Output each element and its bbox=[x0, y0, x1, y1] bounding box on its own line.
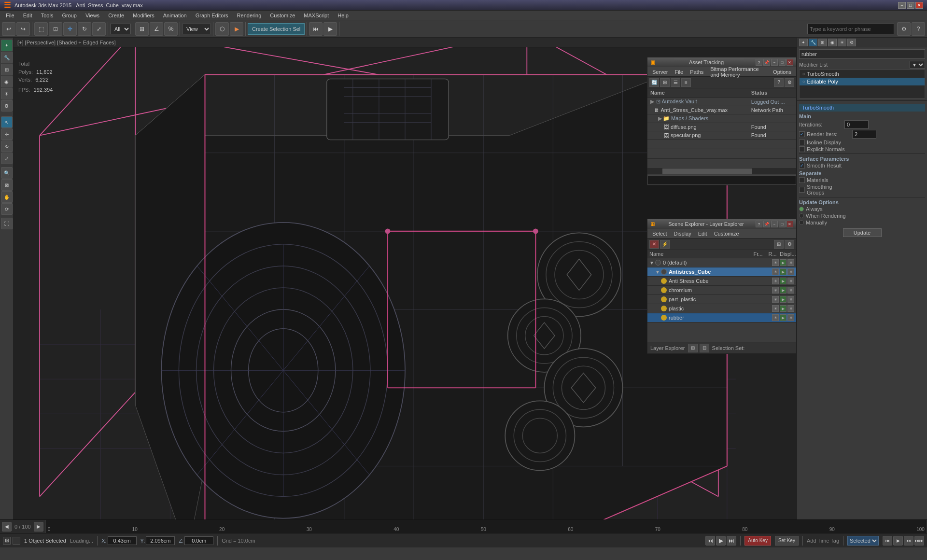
scene-maximize-btn[interactable]: □ bbox=[779, 221, 786, 227]
explicit-check[interactable] bbox=[799, 146, 805, 152]
angle-snap[interactable]: ∠ bbox=[150, 22, 163, 36]
scene-freeze3-icon[interactable]: ❄ bbox=[787, 278, 794, 284]
scene-freeze6-icon[interactable]: ❄ bbox=[787, 305, 794, 312]
viewport-area[interactable]: [+] [Perspective] [Shaded + Edged Faces] bbox=[14, 38, 797, 519]
snap-toggle[interactable]: ⊞ bbox=[135, 22, 149, 36]
scene-item-chromium[interactable]: chromium ☀ ▶ ❄ bbox=[647, 286, 796, 295]
scene-menu-edit[interactable]: Edit bbox=[695, 230, 710, 238]
scene-menu-display[interactable]: Display bbox=[671, 230, 694, 238]
timeline-left-btn[interactable]: ◀ bbox=[2, 522, 12, 532]
asset-minimize-btn[interactable]: − bbox=[771, 59, 778, 66]
motion-btn[interactable]: ◉ bbox=[1, 76, 13, 87]
asset-menu-paths[interactable]: Paths bbox=[687, 68, 706, 76]
scene-item-anti-stress[interactable]: Anti Stress Cube ☀ ▶ ❄ bbox=[647, 277, 796, 286]
menu-graph-editors[interactable]: Graph Editors bbox=[192, 12, 232, 19]
scene-freeze5-icon[interactable]: ❄ bbox=[787, 296, 794, 303]
scene-render5-icon[interactable]: ▶ bbox=[780, 296, 787, 303]
asset-row-diffuse[interactable]: 🖼 diffuse.png Found bbox=[647, 123, 796, 131]
scene-settings-btn[interactable]: ⚙ bbox=[785, 240, 794, 249]
playback-end-btn[interactable]: ⏭⏭ bbox=[914, 536, 924, 546]
asset-maximize-btn[interactable]: □ bbox=[779, 59, 786, 66]
asset-menu-server[interactable]: Server bbox=[649, 68, 671, 76]
auto-key-btn[interactable]: Auto Key bbox=[744, 536, 771, 546]
smooth-result-check[interactable]: ✓ bbox=[799, 163, 805, 168]
scene-pin-btn[interactable]: 📌 bbox=[763, 221, 770, 227]
timeline-track[interactable]: 0 10 20 30 40 50 60 70 80 90 100 bbox=[45, 520, 927, 533]
rotate-btn[interactable]: ↻ bbox=[78, 22, 91, 36]
help-btn[interactable]: ? bbox=[912, 22, 925, 36]
view-select[interactable]: View bbox=[182, 24, 211, 34]
menu-customize[interactable]: Customize bbox=[266, 12, 299, 19]
maximize-viewport-btn[interactable]: ⛶ bbox=[1, 218, 13, 229]
scene-help-btn[interactable]: ? bbox=[756, 221, 762, 227]
selected-dropdown[interactable]: Selected bbox=[847, 536, 879, 546]
asset-close-btn[interactable]: ✕ bbox=[787, 59, 793, 66]
scene-vis3-icon[interactable]: ☀ bbox=[772, 278, 779, 284]
menu-group[interactable]: Group bbox=[58, 12, 81, 19]
scene-render6-icon[interactable]: ▶ bbox=[780, 305, 787, 312]
create-panel-btn[interactable]: ✦ bbox=[1, 40, 13, 51]
right-hierarchy-btn[interactable]: ⊞ bbox=[818, 39, 827, 46]
update-btn[interactable]: Update bbox=[843, 228, 882, 237]
maximize-btn[interactable]: □ bbox=[907, 2, 914, 9]
right-create-btn[interactable]: ✦ bbox=[799, 39, 808, 46]
z-input[interactable]: 0.0cm bbox=[184, 536, 213, 545]
asset-menu-bitmap[interactable]: Bitmap Performance and Memory bbox=[707, 65, 769, 79]
right-display-btn[interactable]: ☀ bbox=[838, 39, 846, 46]
undo-btn[interactable]: ↩ bbox=[2, 22, 15, 36]
playback-btn[interactable]: ⏮ bbox=[309, 22, 323, 36]
scene-freeze4-icon[interactable]: ❄ bbox=[787, 287, 794, 294]
asset-list-btn[interactable]: ☰ bbox=[671, 78, 680, 87]
play-anim-btn[interactable]: ▶ bbox=[716, 536, 726, 546]
select-region-btn[interactable]: ⊡ bbox=[49, 22, 62, 36]
asset-detail-btn[interactable]: ≡ bbox=[681, 78, 691, 87]
zoom-all-btn[interactable]: ⊠ bbox=[1, 179, 13, 191]
asset-help2-btn[interactable]: ? bbox=[774, 78, 784, 87]
filter-select[interactable]: All bbox=[110, 24, 131, 34]
y-input[interactable]: 2.096cm bbox=[146, 536, 175, 545]
playback-play-btn[interactable]: ▶ bbox=[893, 536, 903, 546]
modify-panel-btn[interactable]: 🔧 bbox=[1, 52, 13, 63]
right-util-btn[interactable]: ⚙ bbox=[847, 39, 856, 46]
render-iters-check[interactable]: ✓ bbox=[799, 131, 805, 137]
scene-expand-btn[interactable]: ⊞ bbox=[774, 240, 784, 249]
scene-item-antistress-cube[interactable]: ▼ Antistress_Cube ☀ ▶ ❄ bbox=[647, 267, 796, 277]
menu-edit[interactable]: Edit bbox=[19, 12, 36, 19]
modifier-search-input[interactable]: rubber bbox=[799, 49, 925, 59]
arc-rotate-btn[interactable]: ⟳ bbox=[1, 203, 13, 215]
select-btn[interactable]: ⬚ bbox=[34, 22, 48, 36]
right-motion-btn[interactable]: ◉ bbox=[828, 39, 837, 46]
select-tool[interactable]: ↖ bbox=[1, 116, 13, 128]
asset-menu-file[interactable]: File bbox=[672, 68, 686, 76]
scene-render7-icon[interactable]: ▶ bbox=[780, 314, 787, 321]
scene-render3-icon[interactable]: ▶ bbox=[780, 278, 787, 284]
scene-vis6-icon[interactable]: ☀ bbox=[772, 305, 779, 312]
asset-refresh-btn[interactable]: 🔄 bbox=[649, 78, 659, 87]
playback-next-btn[interactable]: ⏭ bbox=[904, 536, 913, 546]
render-setup-btn[interactable]: ⬡ bbox=[215, 22, 229, 36]
create-selection-btn[interactable]: Create Selection Sel bbox=[248, 23, 305, 35]
scene-menu-select[interactable]: Select bbox=[649, 230, 670, 238]
scene-render4-icon[interactable]: ▶ bbox=[780, 287, 787, 294]
move-btn[interactable]: ✛ bbox=[63, 22, 77, 36]
scene-item-plastic[interactable]: plastic ☀ ▶ ❄ bbox=[647, 304, 796, 313]
menu-create[interactable]: Create bbox=[104, 12, 128, 19]
move-tool[interactable]: ✛ bbox=[1, 128, 13, 140]
search-input[interactable] bbox=[807, 24, 894, 34]
asset-scrollbar-thumb[interactable] bbox=[662, 168, 752, 174]
key-prev-btn[interactable]: ⏮ bbox=[705, 536, 715, 546]
scale-tool[interactable]: ⤢ bbox=[1, 153, 13, 164]
scene-menu-customize[interactable]: Customize bbox=[711, 230, 742, 238]
asset-row-maps[interactable]: ▶📁 Maps / Shaders bbox=[647, 114, 796, 123]
scene-freeze2-icon[interactable]: ❄ bbox=[787, 268, 794, 275]
modifier-turbosmooth[interactable]: ○ TurboSmooth bbox=[800, 70, 925, 78]
menu-modifiers[interactable]: Modifiers bbox=[129, 12, 158, 19]
scene-item-default[interactable]: ▼ 0 (default) ☀ ▶ ❄ bbox=[647, 258, 796, 267]
scene-render-icon[interactable]: ▶ bbox=[780, 259, 787, 266]
asset-row-vault[interactable]: ▶⊡ Autodesk Vault Logged Out ... bbox=[647, 98, 796, 106]
pan-btn[interactable]: ✋ bbox=[1, 191, 13, 203]
scene-vis2-icon[interactable]: ☀ bbox=[772, 268, 779, 275]
redo-btn[interactable]: ↪ bbox=[16, 22, 30, 36]
render-btn[interactable]: ▶ bbox=[230, 22, 243, 36]
x-input[interactable]: 0.43cm bbox=[108, 536, 137, 545]
